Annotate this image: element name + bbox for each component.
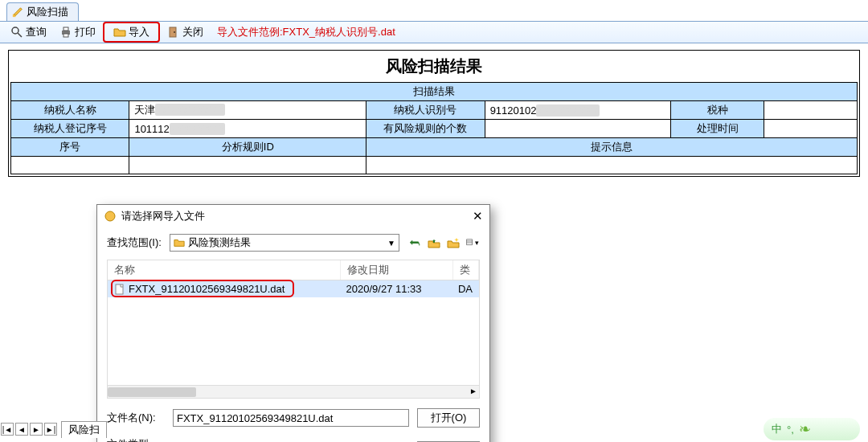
val-reg-seq: 101112XXXXXXXX	[129, 120, 366, 138]
folder-icon	[174, 237, 185, 248]
close-button[interactable]: 关闭	[162, 23, 209, 41]
file-date-cell: 2020/9/27 11:33	[340, 280, 452, 297]
svg-point-2	[12, 27, 18, 34]
nav-prev-icon[interactable]: ◄	[15, 423, 28, 436]
query-button[interactable]: 查询	[5, 23, 52, 41]
leaf-icon: ❧	[799, 420, 811, 438]
tab-strip: 风险扫描	[0, 0, 868, 21]
val-taxpayer-id: 91120102XXXXXXXXX	[485, 101, 671, 120]
lbl-tax-type: 税种	[671, 101, 764, 120]
view-menu-icon[interactable]: ▾	[465, 235, 480, 250]
val-tax-type	[764, 101, 858, 120]
back-icon[interactable]: ⮪	[407, 235, 422, 250]
svg-rect-5	[63, 27, 68, 31]
import-highlight: 导入	[103, 22, 160, 43]
val-proc-time	[764, 120, 858, 138]
look-in-value: 风险预测结果	[188, 235, 251, 250]
content-area: 风险扫描结果 扫描结果 纳税人名称 天津XXXXXXXXXX 纳税人识别号 91…	[0, 43, 868, 416]
tab-risk-scan[interactable]: 风险扫描	[6, 2, 79, 21]
file-list: 名称 修改日期 类 FXTX_91120102569349821U.dat 20…	[107, 260, 480, 399]
page-title: 风险扫描结果	[10, 52, 858, 82]
tab-label: 风险扫描	[27, 5, 68, 19]
print-button[interactable]: 打印	[54, 23, 101, 41]
toolbar: 查询 打印 导入 关闭 导入文件范例:FXTX_纳税人识别号.dat	[0, 21, 868, 43]
nav-first-icon[interactable]: |◄	[1, 423, 14, 436]
lbl-risk-count: 有风险规则的个数	[366, 120, 485, 138]
col-type[interactable]: 类	[453, 260, 479, 280]
file-list-hscroll[interactable]: ◄ ►	[108, 385, 479, 398]
lbl-taxpayer-name: 纳税人名称	[11, 101, 129, 120]
query-label: 查询	[26, 25, 47, 39]
up-one-level-icon[interactable]	[427, 235, 441, 250]
close-label: 关闭	[182, 25, 203, 39]
val-risk-count	[485, 120, 671, 138]
col-name[interactable]: 名称	[108, 260, 341, 280]
svg-point-9	[105, 211, 115, 221]
nav-next-icon[interactable]: ►	[30, 423, 43, 436]
look-in-label: 查找范围(I):	[107, 235, 162, 250]
file-type-cell: DA	[452, 280, 479, 297]
nav-last-icon[interactable]: ►|	[44, 423, 57, 436]
import-label: 导入	[129, 25, 149, 39]
lbl-reg-seq: 纳税人登记序号	[11, 120, 129, 138]
svg-rect-13	[116, 284, 123, 294]
col-date[interactable]: 修改日期	[341, 260, 453, 280]
row-tip	[366, 157, 858, 174]
svg-line-3	[18, 33, 22, 37]
search-icon	[10, 26, 23, 39]
import-button[interactable]: 导入	[108, 23, 155, 41]
dialog-close-icon[interactable]: ✕	[473, 209, 483, 223]
import-hint: 导入文件范例:FXTX_纳税人识别号.dat	[217, 25, 395, 39]
print-label: 打印	[75, 25, 96, 39]
file-icon	[114, 284, 125, 295]
dialog-titlebar[interactable]: 请选择网导入文件 ✕	[97, 205, 489, 227]
chevron-down-icon: ▼	[387, 239, 395, 248]
scroll-right-icon[interactable]: ►	[469, 387, 477, 395]
dialog-title: 请选择网导入文件	[121, 209, 205, 223]
printer-icon	[59, 26, 72, 39]
lbl-seq: 序号	[11, 138, 129, 157]
pencil-icon	[12, 6, 23, 18]
lbl-rule-id: 分析规则ID	[129, 138, 366, 157]
lbl-tip: 提示信息	[366, 138, 858, 157]
row-rule-id	[129, 157, 366, 174]
svg-rect-6	[63, 34, 68, 37]
lbl-taxpayer-id: 纳税人识别号	[366, 101, 485, 120]
file-row[interactable]: FXTX_91120102569349821U.dat 2020/9/27 11…	[108, 280, 479, 297]
ime-dot-icon: °,	[787, 424, 794, 436]
band-header: 扫描结果	[11, 83, 858, 101]
app-icon	[104, 210, 117, 223]
svg-marker-1	[14, 8, 23, 16]
file-name-cell: FXTX_91120102569349821U.dat	[129, 283, 285, 295]
svg-rect-10	[467, 239, 473, 245]
folder-open-icon	[113, 26, 126, 39]
val-taxpayer-name: 天津XXXXXXXXXX	[129, 101, 366, 120]
sheet-tab[interactable]: 风险扫	[61, 421, 107, 438]
dialog-nav-icons: ⮪ ▾	[407, 235, 480, 250]
file-list-header[interactable]: 名称 修改日期 类	[108, 260, 479, 280]
summary-table: 扫描结果 纳税人名称 天津XXXXXXXXXX 纳税人识别号 91120102X…	[10, 82, 858, 174]
result-frame: 风险扫描结果 扫描结果 纳税人名称 天津XXXXXXXXXX 纳税人识别号 91…	[8, 50, 860, 177]
file-open-dialog: 请选择网导入文件 ✕ 查找范围(I): 风险预测结果 ▼ ⮪ ▾	[96, 204, 490, 442]
door-icon	[167, 26, 180, 39]
new-folder-icon[interactable]	[446, 235, 461, 250]
svg-point-8	[174, 31, 175, 33]
scroll-left-icon[interactable]: ◄	[109, 387, 117, 395]
ime-text: 中	[772, 422, 782, 436]
ime-status[interactable]: 中 °, ❧	[764, 418, 860, 440]
row-seq	[11, 157, 129, 174]
lbl-proc-time: 处理时间	[671, 120, 764, 138]
bottom-bar: |◄ ◄ ► ►| 风险扫 中 °, ❧	[0, 416, 868, 442]
look-in-combo[interactable]: 风险预测结果 ▼	[170, 234, 399, 252]
